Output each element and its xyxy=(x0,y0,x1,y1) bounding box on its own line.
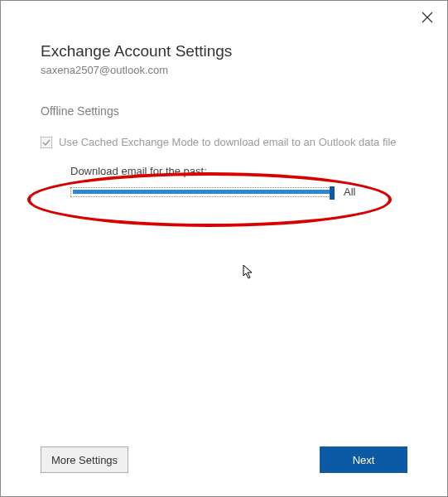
account-email: saxena2507@outlook.com xyxy=(41,64,407,76)
cached-mode-checkbox[interactable] xyxy=(41,137,52,148)
close-button[interactable] xyxy=(419,9,436,26)
page-title: Exchange Account Settings xyxy=(41,42,407,60)
more-settings-button[interactable]: More Settings xyxy=(41,446,128,473)
close-icon xyxy=(422,12,433,23)
cached-mode-label: Use Cached Exchange Mode to download ema… xyxy=(59,136,397,148)
slider-thumb[interactable] xyxy=(330,186,335,200)
checkmark-icon xyxy=(42,138,51,147)
exchange-settings-dialog: Exchange Account Settings saxena2507@out… xyxy=(0,0,448,497)
slider-fill xyxy=(73,190,331,194)
download-slider[interactable] xyxy=(70,187,334,197)
cached-mode-row: Use Cached Exchange Mode to download ema… xyxy=(41,136,407,148)
cursor-icon xyxy=(243,264,256,284)
offline-settings-label: Offline Settings xyxy=(41,104,407,118)
download-past-label: Download email for the past: xyxy=(70,165,407,177)
next-button[interactable]: Next xyxy=(320,446,407,473)
slider-value-label: All xyxy=(344,186,355,198)
